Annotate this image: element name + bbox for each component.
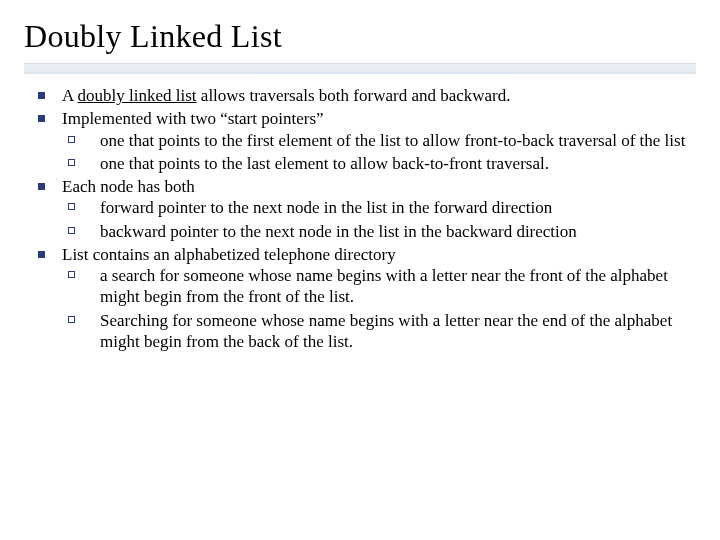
sub-bullet-item: forward pointer to the next node in the … <box>62 197 690 218</box>
underlined-text: doubly linked list <box>78 86 197 105</box>
slide-title: Doubly Linked List <box>24 18 696 59</box>
sub-bullet-list: forward pointer to the next node in the … <box>62 197 690 242</box>
bullet-text: List contains an alphabetized telephone … <box>62 245 396 264</box>
text-run: List contains an alphabetized telephone … <box>62 245 396 264</box>
text-run: allows traversals both forward and backw… <box>197 86 511 105</box>
sub-bullet-item: one that points to the first element of … <box>62 130 690 151</box>
bullet-text: Implemented with two “start pointers” <box>62 109 324 128</box>
bullet-text: Each node has both <box>62 177 195 196</box>
title-divider <box>24 63 696 77</box>
sub-bullet-list: one that points to the first element of … <box>62 130 690 175</box>
slide: Doubly Linked List A doubly linked list … <box>0 0 720 540</box>
slide-body: A doubly linked list allows traversals b… <box>24 85 696 352</box>
bullet-list: A doubly linked list allows traversals b… <box>24 85 696 352</box>
sub-bullet-list: a search for someone whose name begins w… <box>62 265 690 352</box>
bullet-text: A doubly linked list allows traversals b… <box>62 86 511 105</box>
sub-bullet-item: backward pointer to the next node in the… <box>62 221 690 242</box>
bullet-item: Implemented with two “start pointers”one… <box>32 108 690 174</box>
text-run: Each node has both <box>62 177 195 196</box>
divider-band <box>24 63 696 74</box>
bullet-item: A doubly linked list allows traversals b… <box>32 85 690 106</box>
bullet-item: Each node has bothforward pointer to the… <box>32 176 690 242</box>
sub-bullet-item: a search for someone whose name begins w… <box>62 265 690 308</box>
text-run: Implemented with two “start pointers” <box>62 109 324 128</box>
sub-bullet-item: Searching for someone whose name begins … <box>62 310 690 353</box>
text-run: A <box>62 86 78 105</box>
sub-bullet-item: one that points to the last element to a… <box>62 153 690 174</box>
bullet-item: List contains an alphabetized telephone … <box>32 244 690 352</box>
